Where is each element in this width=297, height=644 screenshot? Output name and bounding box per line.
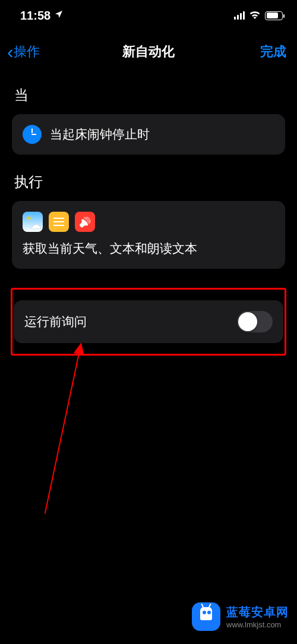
watermark: 蓝莓安卓网 www.lmkjst.com [192, 602, 289, 631]
back-button[interactable]: ‹ 操作 [7, 43, 40, 61]
annotation-highlight: 运行前询问 [11, 288, 286, 356]
weather-icon [23, 212, 43, 232]
when-trigger-text: 当起床闹钟停止时 [50, 126, 150, 143]
page-title: 新自动化 [122, 43, 175, 61]
status-time: 11:58 [20, 9, 50, 23]
nav-bar: ‹ 操作 新自动化 完成 [0, 29, 297, 73]
exec-actions-card[interactable]: 获取当前天气、文本和朗读文本 [12, 201, 285, 269]
exec-section-label: 执行 [14, 172, 285, 191]
status-bar: 11:58 [0, 0, 297, 29]
annotation-arrow [45, 345, 81, 514]
when-trigger-card[interactable]: 当起床闹钟停止时 [12, 114, 285, 155]
toggle-knob [238, 312, 257, 331]
when-section-label: 当 [14, 86, 285, 105]
watermark-logo-icon [192, 602, 220, 631]
wifi-icon [249, 10, 261, 22]
exec-summary-text: 获取当前天气、文本和朗读文本 [23, 240, 274, 257]
text-icon [49, 212, 69, 232]
action-icons-row [23, 212, 274, 232]
content-area: 当 当起床闹钟停止时 执行 获取当前天气、文本和朗读文本 运行前询问 [0, 73, 297, 360]
battery-icon [265, 11, 283, 20]
status-time-area: 11:58 [20, 9, 64, 23]
toggle-label: 运行前询问 [24, 313, 87, 330]
watermark-url: www.lmkjst.com [226, 620, 289, 629]
watermark-text: 蓝莓安卓网 www.lmkjst.com [226, 604, 289, 629]
chevron-left-icon: ‹ [7, 47, 14, 56]
back-label: 操作 [14, 43, 40, 61]
ask-before-run-toggle[interactable] [237, 311, 273, 332]
clock-icon [23, 125, 42, 144]
speak-icon [75, 212, 95, 232]
cellular-icon [234, 11, 245, 20]
location-icon [54, 10, 64, 21]
watermark-title: 蓝莓安卓网 [226, 604, 289, 620]
ask-before-run-row[interactable]: 运行前询问 [14, 300, 283, 343]
status-indicators [234, 10, 283, 22]
done-button[interactable]: 完成 [260, 43, 286, 61]
